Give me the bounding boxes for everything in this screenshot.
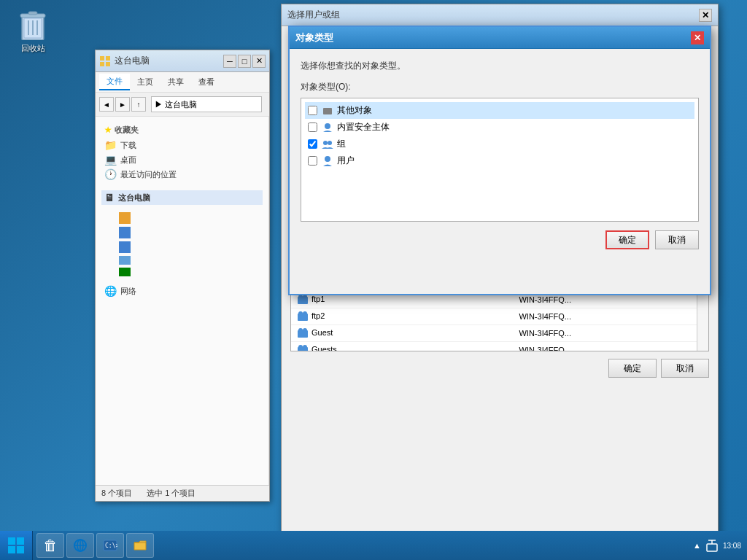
tab-view[interactable]: 查看 xyxy=(191,74,222,90)
user-type-icon xyxy=(322,155,333,167)
svg-rect-47 xyxy=(17,537,24,545)
taskbar-item-terminal[interactable]: C:\> xyxy=(96,533,124,558)
sidebar-item-network[interactable]: 🌐 网络 xyxy=(101,284,263,298)
sidebar-item-desktop[interactable]: 💻 桌面 xyxy=(101,152,263,167)
builtin-security-icon xyxy=(322,122,333,133)
obj-type-label: 组 xyxy=(337,138,346,150)
svg-point-44 xyxy=(328,141,332,145)
bottom-ok-cancel: 确定 取消 xyxy=(290,359,709,378)
sidebar-subitem-4[interactable] xyxy=(116,254,263,266)
explorer-titlebar: 这台电脑 ─ □ ✕ xyxy=(96,50,269,72)
other-object-icon xyxy=(322,105,333,117)
tab-share[interactable]: 共享 xyxy=(160,74,191,90)
obj-type-icon xyxy=(322,122,333,133)
explorer-ribbon: 文件 主页 共享 查看 xyxy=(96,72,269,93)
obj-type-checkbox[interactable] xyxy=(308,122,317,132)
up-btn[interactable]: ↑ xyxy=(131,97,146,112)
svg-rect-56 xyxy=(707,544,717,551)
obj-type-checkbox[interactable] xyxy=(308,139,317,149)
explorer-close-btn[interactable]: ✕ xyxy=(252,55,266,68)
explorer-statusbar: 8 个项目 选中 1 个项目 xyxy=(96,485,269,501)
taskbar-item-ie[interactable] xyxy=(66,533,94,558)
recycle-bin-label: 回收站 xyxy=(21,43,45,54)
taskbar-item-trash[interactable]: 🗑 xyxy=(36,533,64,558)
result-name-cell: Guest xyxy=(291,325,513,342)
address-bar[interactable]: ▶ 这台电脑 xyxy=(151,96,262,112)
svg-point-33 xyxy=(298,328,303,332)
explorer-nav-row: ◄ ► ↑ ▶ 这台电脑 xyxy=(96,93,269,117)
result-name-cell: Guests xyxy=(291,342,513,352)
sidebar-spacer xyxy=(101,182,263,190)
sidebar-subitem-3[interactable] xyxy=(116,240,263,254)
obj-ok-btn[interactable]: 确定 xyxy=(605,230,649,249)
svg-point-43 xyxy=(323,141,328,145)
result-row[interactable]: ftp2 WIN-3I4FFQ... xyxy=(291,308,708,325)
favorites-label: 收藏夹 xyxy=(115,125,139,136)
select-user-close-btn[interactable]: ✕ xyxy=(699,9,712,22)
sidebar-subitem-5[interactable] xyxy=(116,266,263,278)
svg-point-42 xyxy=(325,123,330,129)
obj-type-item[interactable]: 其他对象 xyxy=(305,102,694,119)
result-folder-cell: WIN-3I4FFQ... xyxy=(513,342,708,352)
recent-label: 最近访问的位置 xyxy=(120,169,177,180)
forward-btn[interactable]: ► xyxy=(115,97,130,112)
obj-titlebar: 对象类型 ✕ xyxy=(290,27,710,49)
obj-cancel-btn[interactable]: 取消 xyxy=(655,230,699,249)
obj-type-label: 内置安全主体 xyxy=(337,121,390,133)
recycle-bin[interactable]: 回收站 xyxy=(11,7,55,54)
drive-icon5 xyxy=(119,268,131,276)
obj-type-item[interactable]: 内置安全主体 xyxy=(305,119,694,136)
obj-type-item[interactable]: 组 xyxy=(305,136,694,152)
result-row[interactable]: Guest WIN-3I4FFQ... xyxy=(291,325,708,342)
drive-icon4 xyxy=(119,256,131,265)
network-tray-icon xyxy=(705,538,719,553)
object-type-dialog: 对象类型 ✕ 选择你想查找的对象类型。 对象类型(O): 其他对象 内置安全主体… xyxy=(288,26,711,295)
svg-rect-8 xyxy=(106,56,110,61)
obj-type-item[interactable]: 用户 xyxy=(305,152,694,169)
favorites-header: ★ 收藏夹 xyxy=(101,122,263,138)
folder-icon xyxy=(133,538,147,553)
svg-point-36 xyxy=(298,345,303,349)
obj-type-label: 用户 xyxy=(337,155,355,167)
tab-home[interactable]: 主页 xyxy=(130,74,160,90)
obj-close-btn[interactable]: ✕ xyxy=(691,31,704,44)
obj-type-checkbox[interactable] xyxy=(308,156,317,166)
sidebar-item-download[interactable]: 📁 下载 xyxy=(101,138,263,152)
obj-ok-cancel: 确定 取消 xyxy=(301,230,699,249)
status-selected: 选中 1 个项目 xyxy=(147,488,196,499)
ie-icon xyxy=(73,538,88,553)
explorer-minimize-btn[interactable]: ─ xyxy=(223,55,236,68)
result-folder-cell: WIN-3I4FFQ... xyxy=(513,325,708,342)
bottom-ok-btn[interactable]: 确定 xyxy=(608,359,657,378)
result-row[interactable]: Guests WIN-3I4FFQ... xyxy=(291,342,708,352)
tray-arrow-icon[interactable]: ▲ xyxy=(693,541,701,550)
sidebar-subitem-1[interactable] xyxy=(116,211,263,225)
taskbar: 🗑 C:\> ▲ 13 xyxy=(0,531,747,560)
svg-rect-48 xyxy=(8,546,15,553)
bottom-cancel-btn[interactable]: 取消 xyxy=(661,359,709,378)
sidebar-subitem-2[interactable] xyxy=(116,225,263,240)
obj-type-checkbox[interactable] xyxy=(308,106,317,115)
tab-file[interactable]: 文件 xyxy=(99,74,130,90)
explorer-maximize-btn[interactable]: □ xyxy=(238,55,251,68)
explorer-title: 这台电脑 xyxy=(115,55,223,67)
obj-list: 其他对象 内置安全主体 组 用户 xyxy=(301,98,699,222)
sidebar-item-recent[interactable]: 🕐 最近访问的位置 xyxy=(101,167,263,182)
start-button[interactable] xyxy=(0,531,33,560)
taskbar-tray: ▲ 13:08 xyxy=(687,538,747,553)
obj-title: 对象类型 xyxy=(295,31,333,44)
computer-subitems xyxy=(101,211,263,278)
obj-type-icon xyxy=(322,155,333,167)
explorer-icon xyxy=(99,55,111,67)
group-icon xyxy=(297,327,309,338)
status-count: 8 个项目 xyxy=(101,488,132,499)
taskbar-item-explorer[interactable] xyxy=(126,533,154,558)
obj-type-label: 其他对象 xyxy=(337,104,372,117)
taskbar-items: 🗑 C:\> xyxy=(33,533,687,558)
sidebar-item-computer[interactable]: 🖥 这台电脑 xyxy=(101,190,263,205)
svg-rect-7 xyxy=(100,56,104,61)
result-name-cell: ftp2 xyxy=(291,308,513,325)
windows-logo-icon xyxy=(7,537,25,554)
group-type-icon xyxy=(322,139,333,150)
back-btn[interactable]: ◄ xyxy=(99,97,114,112)
